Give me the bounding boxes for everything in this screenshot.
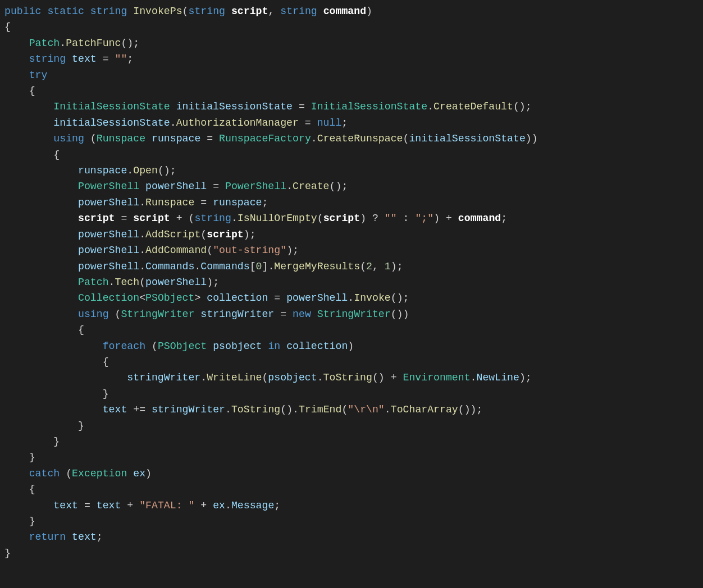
token-punc: );	[244, 229, 256, 240]
token-punc: ;	[501, 213, 507, 224]
token-type: Environment	[403, 372, 471, 383]
code-line: {	[4, 85, 35, 97]
token-punc: =	[194, 197, 213, 208]
code-line: foreach (PSObject psobject in collection…	[4, 341, 354, 352]
token-punc: )	[145, 468, 152, 479]
token-method: WriteLine	[207, 372, 262, 383]
token-var: powerShell	[78, 245, 139, 256]
token-var: initialSessionState	[53, 117, 170, 128]
token-punc: (	[341, 404, 348, 415]
token-punc: );	[519, 372, 532, 383]
token-var: psobject	[213, 341, 262, 352]
token-kw: null	[317, 117, 342, 128]
token-punc	[66, 53, 72, 65]
token-var: ex	[133, 468, 145, 479]
token-punc: =	[268, 292, 286, 304]
token-kw: catch	[29, 468, 60, 479]
code-line: script = script + (string.IsNullOrEmpty(…	[4, 213, 507, 224]
token-punc: +	[194, 500, 213, 511]
token-punc: =	[200, 133, 219, 144]
token-method: Runspace	[145, 197, 194, 208]
token-wht: script	[78, 213, 115, 224]
token-punc: <	[139, 292, 145, 304]
token-str: "\r\n"	[348, 404, 385, 415]
code-line: }	[4, 516, 35, 527]
token-method: Invoke	[354, 292, 391, 304]
token-type: PSObject	[145, 292, 194, 304]
token-punc	[127, 468, 133, 479]
token-method: MergeMyResults	[274, 261, 360, 272]
token-var: stringWriter	[127, 372, 200, 383]
token-punc	[127, 6, 133, 17]
token-type: Collection	[78, 292, 139, 304]
token-var: powerShell	[78, 261, 139, 272]
token-punc: }	[4, 548, 11, 559]
token-punc: [	[250, 261, 256, 272]
token-punc	[280, 341, 286, 352]
token-var: initialSessionState	[176, 101, 293, 112]
token-var: collection	[207, 292, 268, 304]
token-kw: string	[280, 6, 317, 17]
code-line: Collection<PSObject> collection = powerS…	[4, 292, 409, 304]
token-method: Create	[293, 181, 330, 192]
token-punc: (	[262, 372, 268, 383]
token-str: ""	[115, 53, 127, 65]
token-method: AuthorizationManager	[176, 117, 299, 128]
token-method: TrimEnd	[299, 404, 341, 415]
code-line: public static string InvokePs(string scr…	[4, 6, 372, 17]
token-kw: try	[29, 70, 48, 81]
token-type: Runspace	[97, 133, 145, 144]
code-block: public static string InvokePs(string scr…	[0, 0, 703, 566]
token-num: 1	[385, 261, 391, 272]
token-var: initialSessionState	[409, 133, 525, 144]
code-line: }	[4, 452, 35, 463]
token-punc: =	[293, 101, 311, 112]
token-punc: =	[115, 213, 133, 224]
token-var: runspace	[78, 165, 127, 176]
token-var: stringWriter	[152, 404, 225, 415]
token-type: Exception	[72, 468, 127, 479]
token-punc: + (	[170, 213, 195, 224]
token-var: powerShell	[286, 292, 348, 304]
code-line: powerShell.Runspace = runspace;	[4, 197, 268, 208]
token-wht: command	[323, 6, 366, 17]
token-punc: .	[200, 372, 207, 383]
token-punc: }	[78, 420, 84, 431]
code-line: powerShell.AddScript(script);	[4, 229, 256, 240]
code-line: text += stringWriter.ToString().TrimEnd(…	[4, 404, 482, 415]
token-type: PSObject	[158, 341, 207, 352]
token-var: powerShell	[78, 197, 139, 208]
token-kw: in	[268, 341, 280, 352]
token-punc	[207, 341, 213, 352]
token-punc: .	[427, 101, 433, 112]
token-punc: {	[29, 85, 35, 97]
token-punc: .	[348, 292, 354, 304]
token-kw: public	[4, 6, 42, 17]
token-method: CreateDefault	[433, 101, 513, 112]
token-punc: =	[207, 181, 225, 192]
token-method: AddScript	[145, 229, 200, 240]
token-punc: }	[53, 436, 60, 447]
token-punc: {	[53, 149, 60, 160]
token-punc: {	[78, 324, 84, 336]
code-line: text = text + "FATAL: " + ex.Message;	[4, 500, 280, 511]
token-method: PatchFunc	[66, 38, 121, 49]
token-punc: }	[103, 388, 109, 399]
token-punc: ();	[391, 292, 409, 304]
token-punc: ();	[330, 181, 348, 192]
code-line: {	[4, 484, 35, 495]
token-var: runspace	[152, 133, 200, 144]
token-punc: {	[103, 356, 109, 368]
token-punc: .	[139, 229, 145, 240]
token-punc: .	[317, 372, 323, 383]
token-method: Open	[133, 165, 158, 176]
token-method: IsNullOrEmpty	[238, 213, 317, 224]
code-line: using (StringWriter stringWriter = new S…	[4, 309, 409, 320]
token-var: powerShell	[145, 181, 207, 192]
token-num: 2	[366, 261, 372, 272]
token-num: 0	[256, 261, 262, 272]
token-kw: string	[194, 213, 231, 224]
token-var: powerShell	[78, 229, 139, 240]
token-punc: ();	[121, 38, 139, 49]
token-punc: ())	[391, 309, 409, 320]
